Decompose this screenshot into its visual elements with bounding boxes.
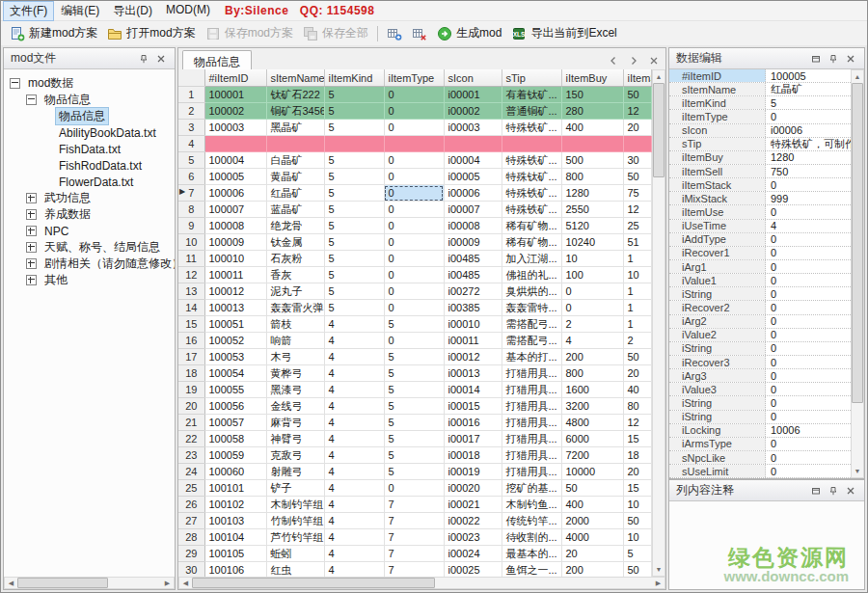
save-all-button[interactable]: 保存全部 [298, 23, 373, 43]
table-cell[interactable]: 100005 [204, 169, 266, 185]
column-header[interactable]: iItemType [384, 69, 444, 87]
scroll-down-icon[interactable]: ▼ [852, 465, 863, 477]
row-header[interactable]: 25 [178, 480, 204, 497]
table-cell[interactable]: 4 [324, 464, 384, 480]
prop-value[interactable]: 750 [766, 165, 851, 177]
table-cell[interactable]: 打猎用具... [502, 431, 561, 447]
table-cell[interactable]: i00004 [444, 152, 502, 169]
table-cell[interactable]: 黄桦弓 [266, 365, 324, 382]
row-header[interactable]: ▶7 [178, 185, 204, 202]
table-cell[interactable]: 10 [623, 529, 652, 546]
row-header[interactable]: 2 [178, 103, 204, 120]
table-cell[interactable]: 4 [324, 415, 384, 431]
scroll-left-icon[interactable]: ◀ [179, 578, 192, 588]
table-cell[interactable]: 木制钓竿组 [266, 497, 324, 513]
table-cell[interactable]: 蓝晶矿 [266, 202, 324, 218]
table-cell[interactable]: 100055 [204, 382, 266, 398]
table-cell[interactable]: 5 [324, 152, 384, 169]
table-cell[interactable]: 铜矿石3456 [266, 103, 324, 120]
table-cell[interactable]: 黑漆弓 [266, 382, 324, 398]
prop-label[interactable]: iLocking [669, 424, 766, 437]
table-cell[interactable]: 200 [561, 562, 623, 578]
table-cell[interactable]: 5 [324, 87, 384, 103]
table-cell[interactable]: 100104 [204, 529, 266, 546]
table-cell[interactable] [266, 136, 324, 152]
prop-value[interactable]: 0 [766, 342, 851, 355]
table-cell[interactable]: 51 [623, 234, 652, 251]
table-cell[interactable]: 100057 [204, 415, 266, 431]
table-cell[interactable]: 打猎用具... [502, 398, 561, 415]
prop-value[interactable]: 5 [766, 96, 851, 109]
table-cell[interactable]: 5 [324, 169, 384, 185]
close-icon[interactable] [844, 484, 857, 497]
expand-icon[interactable] [26, 258, 37, 269]
table-cell[interactable]: 1 [623, 283, 652, 300]
table-cell[interactable]: 150 [561, 87, 623, 103]
table-cell[interactable]: 铲子 [266, 480, 324, 497]
table-cell[interactable]: 5 [324, 185, 384, 202]
row-header[interactable]: 28 [178, 529, 204, 546]
table-cell[interactable]: 待收割的... [502, 529, 561, 546]
table-cell[interactable]: i00485 [444, 267, 502, 283]
table-cell[interactable]: 800 [561, 169, 623, 185]
expand-icon[interactable] [26, 226, 37, 236]
prop-value[interactable]: 0 [766, 411, 851, 423]
tree-item[interactable]: 养成数据 [4, 206, 175, 223]
table-cell[interactable]: 4 [324, 349, 384, 365]
prop-value[interactable]: 0 [766, 301, 851, 313]
close-tab-icon[interactable] [647, 54, 661, 67]
table-cell[interactable]: 0 [384, 152, 444, 169]
prop-value[interactable]: 999 [766, 192, 851, 204]
table-cell[interactable]: 50 [623, 87, 652, 103]
table-cell[interactable]: 5 [324, 103, 384, 120]
row-header[interactable]: 29 [178, 546, 204, 562]
table-cell[interactable]: 黄晶矿 [266, 169, 324, 185]
table-cell[interactable] [444, 136, 502, 152]
prop-label[interactable]: iItemKind [669, 96, 766, 109]
table-cell[interactable]: i00001 [444, 87, 502, 103]
table-cell[interactable]: 绝龙骨 [266, 218, 324, 234]
table-cell[interactable]: 4 [324, 333, 384, 349]
scroll-right-icon[interactable]: ▶ [652, 578, 665, 588]
table-cell[interactable]: i00009 [444, 234, 502, 251]
table-cell[interactable]: 石灰粉 [266, 251, 324, 267]
prop-value[interactable]: 0 [766, 451, 851, 464]
table-cell[interactable]: 5 [384, 464, 444, 480]
prop-label[interactable]: iItemStack [669, 178, 766, 191]
window-position-icon[interactable] [809, 484, 823, 497]
table-cell[interactable]: 0 [384, 202, 444, 218]
table-cell[interactable]: 75 [623, 185, 652, 202]
prop-label[interactable]: sTip [669, 138, 766, 150]
table-cell[interactable]: 泥丸子 [266, 283, 324, 300]
table-cell[interactable]: 800 [561, 365, 623, 382]
prop-label[interactable]: iArg2 [669, 315, 766, 328]
prop-value[interactable]: 0 [766, 438, 851, 450]
prop-label[interactable]: iItemBuy [669, 151, 766, 164]
table-cell[interactable]: 15 [623, 431, 652, 447]
table-cell[interactable]: i00272 [444, 283, 502, 300]
row-header[interactable]: 21 [178, 415, 204, 431]
prop-label[interactable]: sNpcLike [669, 451, 766, 464]
scroll-up-icon[interactable]: ▲ [852, 70, 863, 83]
table-cell[interactable]: i00003 [444, 120, 502, 136]
column-header[interactable]: sIcon [444, 69, 502, 87]
table-cell[interactable]: i00008 [444, 218, 502, 234]
add-row-button[interactable] [382, 24, 407, 43]
table-cell[interactable]: i00006 [444, 185, 502, 202]
row-header[interactable]: 30 [178, 562, 204, 578]
prop-label[interactable]: iRecover1 [669, 247, 766, 259]
table-cell[interactable]: 芦竹钓竿组 [266, 529, 324, 546]
prop-value[interactable]: 0 [766, 356, 851, 368]
row-header[interactable]: 22 [178, 431, 204, 447]
pin-icon[interactable] [827, 52, 840, 65]
editor-vscrollbar[interactable]: ▲ ▼ [851, 69, 864, 478]
prop-label[interactable]: iRecover3 [669, 356, 766, 368]
table-cell[interactable]: 5120 [561, 218, 623, 234]
pin-icon[interactable] [827, 484, 840, 497]
table-cell[interactable]: 稀有矿物... [502, 218, 561, 234]
prop-value[interactable]: 0 [766, 260, 851, 273]
prop-label[interactable]: iValue1 [669, 274, 766, 286]
prop-label[interactable]: iArg3 [669, 369, 766, 382]
prop-label[interactable]: iItemSell [669, 165, 766, 177]
table-cell[interactable]: 5 [384, 382, 444, 398]
